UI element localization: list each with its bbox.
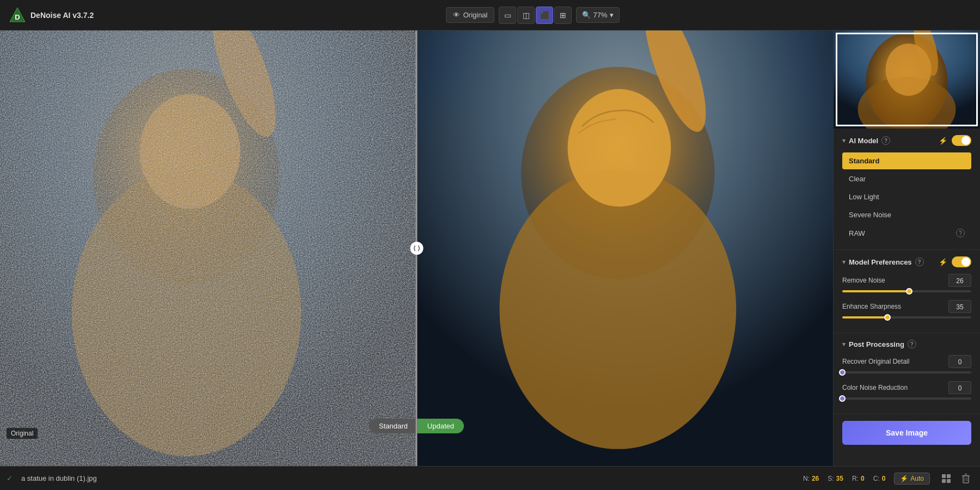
remove-noise-thumb[interactable] [906,288,912,295]
svg-point-18 [886,44,932,96]
canvas-area: Original [0,30,833,466]
header: D DeNoise AI v3.7.2 👁 Original ▭ ◫ ⬛ ⊞ 🔍… [0,0,980,30]
remove-noise-label: Remove Noise [842,277,885,284]
ai-model-title: ▾ AI Model ? [842,136,890,145]
post-processing-title: ▾ Post Processing ? [842,340,916,348]
logo-area: D DeNoise AI v3.7.2 [9,7,94,24]
header-center: 👁 Original ▭ ◫ ⬛ ⊞ 🔍 77% ▾ [94,7,971,24]
post-proc-chevron-icon: ▾ [842,341,846,348]
trash-icon [961,474,970,483]
auto-label: Auto [910,475,924,482]
check-icon: ✓ [7,474,13,482]
view-single-button[interactable]: ▭ [499,7,516,24]
svg-text:D: D [15,13,20,21]
color-noise-row: Color Noise Reduction 0 [842,381,971,400]
bottom-icons [939,471,973,486]
enhance-sharpness-fill [842,316,887,318]
model-prefs-toggle-knob [961,258,970,266]
recover-detail-track[interactable] [842,371,971,373]
model-preferences-title: ▾ Model Preferences ? [842,258,924,266]
color-noise-thumb[interactable] [839,395,846,402]
ai-model-toggle[interactable] [952,135,971,146]
color-noise-track[interactable] [842,397,971,400]
color-stat-label: C: [873,475,880,482]
enhance-sharpness-row: Enhance Sharpness 35 [842,300,971,318]
recover-detail-value[interactable]: 0 [948,355,971,368]
model-option-clear[interactable]: Clear [842,170,971,187]
split-handle[interactable] [410,242,423,255]
model-option-raw[interactable]: RAW ? [842,224,971,242]
remove-noise-value[interactable]: 26 [948,274,971,287]
delete-button[interactable] [958,471,973,486]
model-option-severenoise[interactable]: Severe Noise [842,206,971,223]
canvas-inner: Original [0,30,833,466]
save-image-button[interactable]: Save Image [842,421,971,445]
grid-icon: ⊞ [560,11,566,20]
model-option-standard[interactable]: Standard [842,152,971,169]
svg-rect-23 [963,476,969,483]
original-statue-svg [0,30,416,466]
auto-button[interactable]: ⚡ Auto [894,473,930,485]
color-noise-label-row: Color Noise Reduction 0 [842,381,971,394]
bottom-bar: ✓ a statue in dublin (1).jpg N: 26 S: 35… [0,466,980,490]
svg-point-13 [568,89,671,207]
view-split-h-button[interactable]: ◫ [517,7,535,24]
main-content: Original [0,30,980,466]
processed-image-pane [417,30,833,466]
color-noise-value[interactable]: 0 [948,381,971,394]
ai-model-chevron-icon: ▾ [842,137,846,144]
color-stat: C: 0 [873,475,886,482]
noise-stat-value: 26 [812,475,819,482]
thumbnail-icon [941,474,951,483]
processed-background [417,30,833,466]
zoom-chevron-icon: ▾ [610,11,614,19]
model-option-lowlight[interactable]: Low Light [842,188,971,205]
model-clear-label: Clear [849,175,866,183]
zoom-icon: 🔍 [582,11,591,19]
post-processing-section: ▾ Post Processing ? Recover Original Det… [834,333,980,414]
sharpness-stat-value: 35 [836,475,843,482]
model-preferences-header: ▾ Model Preferences ? ⚡ [842,256,971,267]
svg-rect-22 [947,479,951,483]
model-prefs-lightning-icon: ⚡ [939,258,947,266]
recover-detail-thumb[interactable] [839,369,846,376]
model-prefs-toggle[interactable] [952,256,971,267]
recover-detail-label-row: Recover Original Detail 0 [842,355,971,368]
processed-statue-svg [417,30,833,466]
recover-detail-label: Recover Original Detail [842,358,909,365]
ai-model-lightning-icon: ⚡ [939,137,947,145]
recover-detail-row: Recover Original Detail 0 [842,355,971,373]
view-grid-button[interactable]: ⊞ [554,7,572,24]
post-processing-header: ▾ Post Processing ? [842,340,971,348]
model-lowlight-label: Low Light [849,193,879,201]
ai-model-help-icon[interactable]: ? [881,136,890,145]
model-prefs-label: Model Preferences [849,258,912,266]
split-divider [416,30,418,466]
model-raw-label: RAW [849,229,865,237]
enhance-sharpness-track[interactable] [842,316,971,318]
raw-help-icon[interactable]: ? [956,229,965,237]
enhance-sharpness-label: Enhance Sharpness [842,303,901,310]
post-proc-help-icon[interactable]: ? [908,340,916,348]
single-view-icon: ▭ [504,11,511,20]
svg-rect-20 [947,474,951,478]
model-prefs-help-icon[interactable]: ? [915,258,924,266]
svg-rect-21 [942,479,946,483]
app-title: DeNoise AI v3.7.2 [30,11,94,20]
view-split-v-button[interactable]: ⬛ [536,7,553,24]
original-button[interactable]: 👁 Original [446,7,495,23]
zoom-button[interactable]: 🔍 77% ▾ [576,7,619,23]
thumbnail-image [834,30,980,128]
svg-point-11 [499,169,736,449]
recovery-stat: R: 0 [852,475,865,482]
remove-noise-label-row: Remove Noise 26 [842,274,971,287]
bottom-stats: N: 26 S: 35 R: 0 C: 0 ⚡ Auto [803,471,973,486]
remove-noise-track[interactable] [842,290,971,292]
enhance-sharpness-thumb[interactable] [884,314,891,321]
split-v-icon: ⬛ [540,11,549,20]
app-logo-icon: D [9,7,26,24]
enhance-sharpness-value[interactable]: 35 [948,300,971,313]
original-label: Original [7,428,38,439]
thumbnail-toggle-button[interactable] [939,471,954,486]
split-handle-icon [413,244,420,252]
